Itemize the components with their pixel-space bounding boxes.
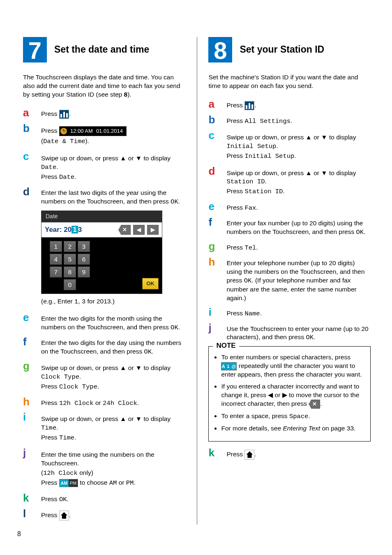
- key-7[interactable]: 7: [50, 266, 62, 278]
- settings-icon[interactable]: [59, 110, 69, 119]
- home-icon[interactable]: [244, 450, 254, 460]
- mono: Time: [41, 424, 56, 432]
- mono: Date: [59, 173, 74, 181]
- note-item: If you entered a character incorrectly a…: [221, 382, 365, 409]
- text: .: [294, 152, 296, 159]
- year-caret: 1: [71, 226, 78, 234]
- note-item: To enter numbers or special characters, …: [221, 353, 365, 379]
- text: Press: [41, 173, 59, 180]
- text: .: [320, 400, 322, 407]
- char-mode-button[interactable]: A 1 @: [221, 362, 237, 370]
- step-b: b Press All Settings.: [208, 114, 371, 126]
- text: For more details, see: [221, 425, 283, 432]
- text: .: [256, 204, 258, 211]
- section-title: Set your Station ID: [240, 43, 324, 56]
- mono: 12h Clock: [59, 400, 94, 407]
- pill-time: 12:00 AM: [70, 127, 93, 135]
- datetime-button[interactable]: 12:00 AM 01.01.2014: [59, 126, 127, 136]
- mono: OK: [59, 496, 67, 503]
- text: Press: [41, 434, 59, 441]
- right-column: 8 Set your Station ID Set the machine's …: [208, 37, 371, 525]
- key-6[interactable]: 6: [78, 254, 90, 265]
- key-1[interactable]: 1: [50, 241, 62, 252]
- text: .: [134, 479, 135, 486]
- text: ).: [85, 137, 89, 144]
- step-letter: b: [208, 114, 219, 125]
- home-icon[interactable]: [59, 511, 69, 520]
- backspace-button[interactable]: ✕: [118, 225, 131, 235]
- key-5[interactable]: 5: [64, 254, 76, 265]
- intro-ref: 8: [124, 91, 128, 98]
- text: .: [254, 451, 256, 458]
- mono: Fax: [244, 204, 256, 212]
- text: .: [79, 373, 81, 380]
- intro-text: The Touchscreen displays the date and ti…: [23, 74, 180, 98]
- step-letter: h: [208, 257, 219, 267]
- text: .: [97, 383, 99, 390]
- key-0[interactable]: 0: [64, 279, 76, 290]
- step-body: Press 12:00 AM 01.01.2014 (Date & Time).: [41, 123, 185, 147]
- text: to choose: [80, 479, 109, 486]
- text: .: [260, 310, 262, 317]
- step-h: h Enter your telephone number (up to 20 …: [208, 257, 371, 303]
- numeric-keypad: 1 2 3 4 5 6 7 8 9 0: [50, 241, 90, 290]
- backspace-icon[interactable]: ✕: [309, 400, 320, 409]
- column-divider: [197, 37, 197, 525]
- text: .: [178, 198, 180, 205]
- step-d: d Enter the last two digits of the year …: [23, 186, 185, 206]
- text: .: [291, 117, 292, 124]
- mono: Initial Setup: [226, 143, 276, 150]
- year-value: Year: 2013: [45, 225, 82, 235]
- text: To enter numbers or special characters, …: [221, 354, 350, 361]
- settings-icon[interactable]: [244, 101, 254, 110]
- text: .: [308, 412, 310, 419]
- step-letter: k: [208, 447, 219, 458]
- step-g: g Swipe up or down, or press ▲ or ▼ to d…: [23, 361, 185, 392]
- am-pm-toggle[interactable]: AMPM: [59, 479, 78, 487]
- text: .: [256, 244, 258, 251]
- step-l: l Press .: [23, 508, 185, 520]
- step-letter: a: [23, 107, 34, 118]
- step-letter: j: [23, 447, 34, 458]
- text: Swipe up or down, or press ▲ or ▼ to dis…: [226, 134, 356, 141]
- mono: OK: [171, 324, 178, 331]
- cursor-left-button[interactable]: ◀: [133, 225, 145, 235]
- mono: OK: [144, 348, 152, 356]
- text: To enter a space, press: [221, 412, 289, 419]
- cursor-right-button[interactable]: ▶: [147, 225, 159, 235]
- text: Swipe up or down, or press ▲ or ▼ to dis…: [41, 364, 171, 371]
- text: Swipe up or down, or press ▲ or ▼ to dis…: [41, 155, 171, 162]
- key-3[interactable]: 3: [78, 241, 90, 252]
- am-label: AM: [60, 479, 69, 487]
- mono: 24h Clock: [103, 400, 137, 407]
- step-b: b Press 12:00 AM 01.01.2014 (Date & Time…: [23, 123, 185, 147]
- step-d: d Swipe up or down, or press ▲ or ▼ to d…: [208, 166, 371, 197]
- step-e: e Press Fax.: [208, 201, 371, 213]
- text: .: [178, 324, 180, 331]
- mono: Clock Type: [59, 383, 97, 391]
- text: Press: [226, 451, 244, 458]
- text: Enter the two digits for the month using…: [41, 315, 171, 331]
- step-letter: b: [23, 123, 34, 134]
- ok-button[interactable]: OK: [142, 278, 159, 289]
- text: Press: [226, 204, 244, 211]
- mono: Date: [41, 164, 56, 171]
- step-f: f Enter your fax number (up to 20 digits…: [208, 217, 371, 237]
- key-4[interactable]: 4: [50, 254, 62, 265]
- mono: PM: [126, 479, 134, 487]
- intro-text-end: ).: [127, 91, 131, 98]
- mono: OK: [244, 277, 252, 284]
- text: or: [117, 479, 126, 486]
- step-letter: i: [208, 307, 219, 317]
- pm-label: PM: [69, 479, 78, 487]
- text: Press: [226, 310, 244, 317]
- text: Press: [226, 244, 244, 251]
- key-9[interactable]: 9: [78, 266, 90, 278]
- italic: Entering Text: [283, 425, 320, 432]
- text: .: [265, 178, 266, 185]
- section-8-intro: Set the machine's Station ID if you want…: [208, 73, 371, 90]
- key-8[interactable]: 8: [64, 266, 76, 278]
- mono: Time: [59, 434, 74, 442]
- key-2[interactable]: 2: [64, 241, 76, 252]
- step-letter: l: [23, 508, 34, 519]
